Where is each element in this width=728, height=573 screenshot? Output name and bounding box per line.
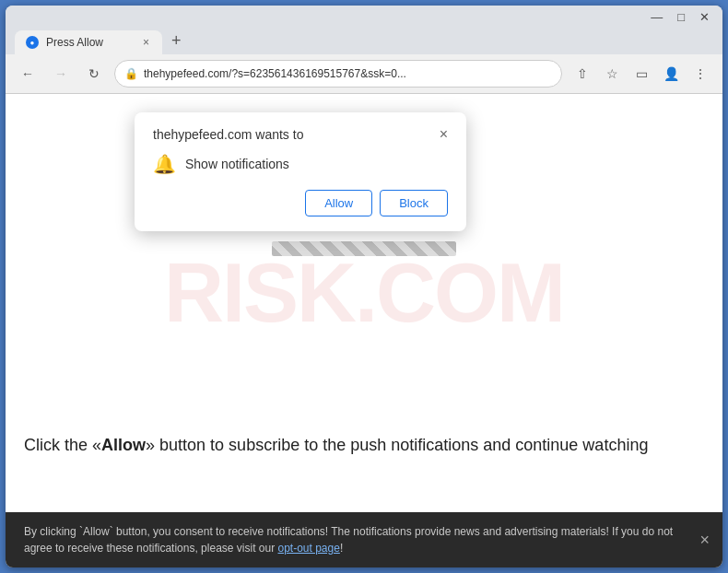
allow-button[interactable]: Allow [305, 190, 372, 216]
page-body-text: Click the «Allow» button to subscribe to… [24, 434, 704, 457]
popup-header: thehypefeed.com wants to × [153, 127, 448, 142]
nav-actions: ⇧ ☆ ▭ 👤 ⋮ [569, 61, 713, 87]
loading-bar [272, 241, 456, 256]
security-lock-icon: 🔒 [124, 67, 138, 80]
bottom-bar-text: By clicking `Allow` button, you consent … [24, 523, 686, 556]
tab-title: Press Allow [46, 36, 134, 49]
title-bar: — □ ✕ ● Press Allow × + [6, 6, 722, 54]
menu-button[interactable]: ⋮ [687, 61, 713, 87]
popup-notification-text: Show notifications [185, 157, 289, 171]
bottom-bar-close-button[interactable]: × [699, 528, 710, 553]
popup-buttons: Allow Block [153, 190, 448, 216]
popup-title: thehypefeed.com wants to [153, 127, 303, 142]
page-content: thehypefeed.com wants to × 🔔 Show notifi… [6, 94, 722, 512]
window-controls: — □ ✕ [15, 11, 713, 27]
forward-button[interactable]: → [48, 61, 74, 87]
new-tab-button[interactable]: + [164, 27, 189, 54]
close-window-button[interactable]: ✕ [699, 11, 710, 23]
active-tab[interactable]: ● Press Allow × [15, 30, 162, 54]
tab-bar: ● Press Allow × + [15, 27, 713, 54]
url-text: thehypefeed.com/?s=623561436169515767&ss… [144, 67, 552, 80]
loading-bar-container [272, 241, 456, 256]
bottom-bar-suffix: ! [340, 542, 343, 555]
block-button[interactable]: Block [380, 190, 448, 216]
address-bar[interactable]: 🔒 thehypefeed.com/?s=623561436169515767&… [114, 60, 562, 88]
bottom-bar-main-text: By clicking `Allow` button, you consent … [24, 525, 673, 555]
profile-button[interactable]: 👤 [658, 61, 684, 87]
extensions-button[interactable]: ▭ [628, 61, 654, 87]
popup-notification-row: 🔔 Show notifications [153, 153, 448, 175]
bell-icon: 🔔 [153, 153, 176, 175]
body-text-prefix: Click the « [24, 436, 101, 454]
notification-popup: thehypefeed.com wants to × 🔔 Show notifi… [135, 112, 466, 231]
body-text-suffix: » button to subscribe to the push notifi… [146, 436, 648, 454]
maximize-button[interactable]: □ [677, 11, 685, 23]
back-button[interactable]: ← [15, 61, 41, 87]
minimize-button[interactable]: — [651, 11, 663, 23]
popup-close-button[interactable]: × [440, 127, 448, 142]
watermark-text: RISK.COM [164, 246, 564, 341]
refresh-button[interactable]: ↻ [81, 61, 107, 87]
allow-highlight-text: Allow [101, 436, 146, 454]
opt-out-link[interactable]: opt-out page [277, 542, 339, 555]
bookmark-button[interactable]: ☆ [599, 61, 625, 87]
browser-window: — □ ✕ ● Press Allow × + ← → ↻ 🔒 thehypef… [6, 6, 722, 567]
bottom-notification-bar: By clicking `Allow` button, you consent … [6, 512, 722, 567]
share-button[interactable]: ⇧ [569, 61, 595, 87]
tab-close-button[interactable]: × [141, 36, 151, 49]
nav-bar: ← → ↻ 🔒 thehypefeed.com/?s=6235614361695… [6, 54, 722, 94]
tab-favicon: ● [26, 36, 39, 49]
